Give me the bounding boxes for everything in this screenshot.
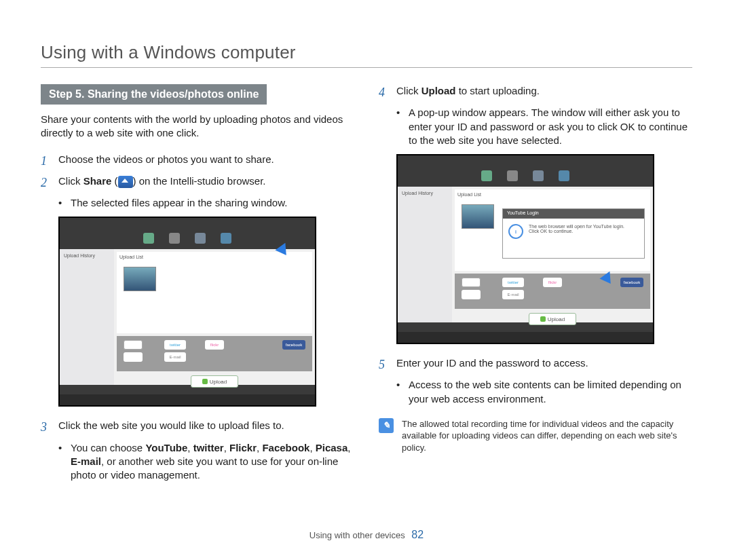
ss-body: Upload History Upload List YouTube Login… <box>398 187 653 322</box>
text-fragment: Click <box>396 85 421 96</box>
ss-footer <box>398 322 653 332</box>
ss-list-label: Upload List <box>455 189 650 200</box>
step-4-bullet: • A pop-up window appears. The window wi… <box>396 106 692 147</box>
intro-text: Share your contents with the world by up… <box>41 113 354 141</box>
upload-icon <box>540 316 546 322</box>
site-youtube <box>124 340 143 350</box>
step-text: Click the web site you would like to upl… <box>58 419 284 435</box>
step-number: 3 <box>41 419 50 435</box>
ss-site-selector: twitter flickr facebook E-mail Upload <box>117 336 312 371</box>
toolbar-icon <box>221 233 231 244</box>
ss-titlebar <box>60 218 315 227</box>
bold-site: Flickr <box>229 442 257 453</box>
upload-label: Upload <box>210 379 227 385</box>
bold-site: Facebook <box>262 442 309 453</box>
step-text: Enter your ID and the password to access… <box>396 356 588 373</box>
ss-footer <box>60 385 315 394</box>
title-divider <box>41 67 692 68</box>
dialog-title: YouTube Login <box>503 209 644 219</box>
ss-site-selector: twitter flickr facebook E-mail Upload <box>455 274 650 309</box>
text-fragment: , <box>187 442 193 453</box>
text-fragment: to start uploading. <box>456 85 540 96</box>
step-number: 2 <box>41 174 50 191</box>
footer-section: Using with other devices <box>309 530 405 540</box>
upload-icon <box>202 379 208 384</box>
bullet-icon: • <box>396 106 402 147</box>
site-twitter: twitter <box>502 278 524 287</box>
site-flickr: flickr <box>205 340 224 350</box>
video-thumbnail <box>124 267 156 291</box>
ss-titlebar <box>398 155 653 165</box>
page-title: Using with a Windows computer <box>41 42 692 63</box>
dialog-line: Click OK to continue. <box>529 229 624 234</box>
bullet-text: A pop-up window appears. The window will… <box>409 106 692 147</box>
upload-button: Upload <box>529 313 576 325</box>
share-icon <box>118 176 133 188</box>
ss-upload-list: Upload List YouTube Login i The web brow… <box>455 189 650 271</box>
bold-site: twitter <box>193 442 224 453</box>
site-youtube <box>462 278 481 287</box>
note-text: The allowed total recording time for ind… <box>402 418 692 454</box>
step-5: 5 Enter your ID and the password to acce… <box>379 356 692 373</box>
note-icon: ✎ <box>379 418 394 433</box>
bold-upload: Upload <box>421 85 456 96</box>
dialog-text: The web browser will open for YouTube lo… <box>529 224 624 239</box>
text-fragment: , <box>224 442 229 453</box>
step-number: 4 <box>379 84 388 100</box>
toolbar-icon <box>143 233 154 244</box>
left-column: Step 5. Sharing the videos/photos online… <box>41 84 354 487</box>
step-1: 1 Choose the videos or photos you want t… <box>41 153 354 169</box>
bullet-icon: • <box>58 441 64 483</box>
content-columns: Step 5. Sharing the videos/photos online… <box>41 84 692 487</box>
step-header: Step 5. Sharing the videos/photos online <box>41 84 267 105</box>
site-twitter: twitter <box>164 340 186 350</box>
page-number: 82 <box>411 529 424 540</box>
step-2: 2 Click Share () on the Intelli-studio b… <box>41 174 354 191</box>
text-fragment: , or another web site you want to use fo… <box>71 455 338 481</box>
text-fragment: You can choose <box>71 442 145 453</box>
bold-share: Share <box>83 175 112 187</box>
bullet-text: Access to the web site contents can be l… <box>409 378 692 406</box>
upload-button: Upload <box>191 375 238 388</box>
text-fragment: ( <box>111 175 117 187</box>
info-icon: i <box>508 224 523 239</box>
text-fragment: , <box>347 442 350 453</box>
ss-main: Upload List twitter flickr facebook E-ma… <box>114 249 315 385</box>
page-footer: Using with other devices 82 <box>0 529 733 541</box>
right-column: 4 Click Upload to start uploading. • A p… <box>379 84 692 487</box>
screenshot-login-dialog: Upload History Upload List YouTube Login… <box>396 154 654 344</box>
ss-sidebar: Upload History <box>398 187 452 322</box>
site-facebook: facebook <box>282 340 305 350</box>
toolbar-icon <box>169 233 180 244</box>
toolbar-icon <box>559 170 569 181</box>
step-2-bullet: • The selected files appear in the shari… <box>58 196 354 210</box>
bullet-text: The selected files appear in the sharing… <box>71 196 287 210</box>
text-fragment: Click <box>58 175 83 187</box>
step-number: 5 <box>379 356 388 373</box>
site-picasa <box>124 352 143 362</box>
upload-label: Upload <box>548 316 565 322</box>
ss-main: Upload List YouTube Login i The web brow… <box>452 187 653 322</box>
bold-site: Picasa <box>316 442 348 453</box>
ss-sidebar: Upload History <box>60 249 114 385</box>
toolbar-icon <box>533 170 544 181</box>
site-facebook: facebook <box>620 278 643 287</box>
text-fragment: ) on the Intelli-studio browser. <box>133 175 266 187</box>
step-text: Click Upload to start uploading. <box>396 84 540 100</box>
site-email: E-mail <box>164 352 186 362</box>
step-text: Click Share () on the Intelli-studio bro… <box>58 174 265 191</box>
site-flickr: flickr <box>543 278 562 287</box>
note-box: ✎ The allowed total recording time for i… <box>379 418 692 454</box>
toolbar-icon <box>195 233 206 244</box>
bold-site: YouTube <box>145 442 187 453</box>
ss-upload-list: Upload List <box>117 252 312 333</box>
toolbar-icon <box>481 170 492 181</box>
step-5-bullet: • Access to the web site contents can be… <box>396 378 692 406</box>
screenshot-sharing-window: Upload History Upload List twitter flick… <box>58 217 316 407</box>
step-4: 4 Click Upload to start uploading. <box>379 84 692 100</box>
bullet-icon: • <box>58 196 64 210</box>
step-number: 1 <box>41 153 50 169</box>
site-email: E-mail <box>502 290 524 299</box>
dialog-line: The web browser will open for YouTube lo… <box>529 224 624 229</box>
dialog-body: i The web browser will open for YouTube … <box>503 219 644 244</box>
